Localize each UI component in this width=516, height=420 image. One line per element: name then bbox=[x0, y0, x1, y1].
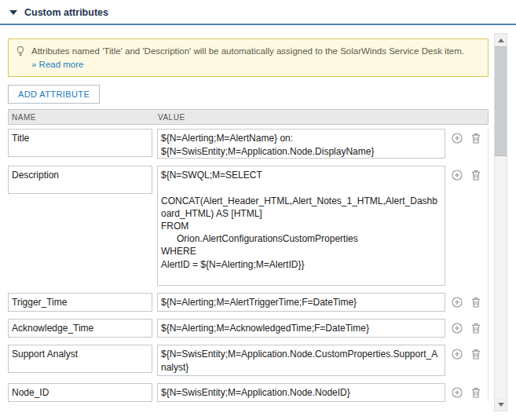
add-row-icon[interactable] bbox=[452, 323, 463, 334]
lightbulb-icon bbox=[15, 46, 26, 71]
table-row: Node_ID ${N=SwisEntity;M=Application.Nod… bbox=[8, 383, 488, 402]
table-row: Trigger_Time ${N=Alerting;M=AlertTrigger… bbox=[8, 293, 488, 312]
attribute-value-input[interactable]: ${N=Alerting;M=AcknowledgedTime;F=DateTi… bbox=[157, 319, 445, 338]
delete-row-icon[interactable] bbox=[471, 133, 481, 144]
read-more-link[interactable]: » Read more bbox=[31, 60, 83, 69]
table-row: Description ${N=SWQL;M=SELECT CONCAT(Ale… bbox=[8, 166, 488, 286]
row-actions bbox=[452, 349, 481, 360]
add-row-icon[interactable] bbox=[452, 349, 463, 360]
add-row-icon[interactable] bbox=[452, 170, 463, 181]
table-header-row: NAME VALUE bbox=[8, 109, 489, 125]
add-attribute-button[interactable]: ADD ATTRIBUTE bbox=[8, 85, 100, 104]
delete-row-icon[interactable] bbox=[471, 323, 481, 334]
delete-row-icon[interactable] bbox=[471, 387, 481, 398]
scrollbar-track[interactable] bbox=[495, 46, 507, 398]
table-row: Support Analyst ${N=SwisEntity;M=Applica… bbox=[8, 345, 488, 376]
attribute-value-input[interactable]: ${N=Alerting;M=AlertName} on: ${N=SwisEn… bbox=[157, 129, 445, 159]
attribute-name-input[interactable]: Title bbox=[8, 129, 152, 157]
vertical-scrollbar[interactable] bbox=[494, 33, 507, 411]
row-actions bbox=[452, 323, 481, 334]
section-content: Attributes named 'Title' and 'Descriptio… bbox=[0, 25, 489, 402]
attribute-value-input[interactable]: ${N=SwisEntity;M=Application.Node.NodeID… bbox=[157, 383, 445, 402]
banner-text: Attributes named 'Title' and 'Descriptio… bbox=[31, 46, 464, 56]
attribute-value-input[interactable]: ${N=SWQL;M=SELECT CONCAT(Alert_Header_HT… bbox=[157, 166, 445, 286]
scroll-down-button[interactable] bbox=[495, 398, 507, 411]
add-row-icon[interactable] bbox=[452, 387, 463, 398]
scrollbar-thumb[interactable] bbox=[495, 46, 507, 156]
value-column-header: VALUE bbox=[158, 113, 488, 122]
section-header[interactable]: Custom attributes bbox=[0, 0, 516, 25]
table-row: Title ${N=Alerting;M=AlertName} on: ${N=… bbox=[8, 129, 488, 159]
add-row-icon[interactable] bbox=[452, 133, 463, 144]
delete-row-icon[interactable] bbox=[471, 170, 481, 181]
scroll-up-button[interactable] bbox=[495, 34, 507, 46]
name-column-header: NAME bbox=[12, 113, 158, 122]
collapse-arrow-icon[interactable] bbox=[9, 10, 17, 15]
attribute-value-input[interactable]: ${N=SwisEntity;M=Application.Node.Custom… bbox=[157, 345, 445, 376]
attribute-name-input[interactable]: Node_ID bbox=[8, 383, 152, 402]
row-actions bbox=[452, 133, 481, 144]
attribute-name-input[interactable]: Trigger_Time bbox=[8, 293, 152, 312]
table-row: Acknowledge_Time ${N=Alerting;M=Acknowle… bbox=[8, 319, 488, 338]
info-banner: Attributes named 'Title' and 'Descriptio… bbox=[8, 38, 489, 77]
table-body: Title ${N=Alerting;M=AlertName} on: ${N=… bbox=[8, 129, 489, 402]
delete-row-icon[interactable] bbox=[471, 349, 481, 360]
attribute-name-input[interactable]: Acknowledge_Time bbox=[8, 319, 152, 338]
custom-attributes-panel: Custom attributes Attributes named 'Titl… bbox=[0, 0, 516, 420]
attribute-value-input[interactable]: ${N=Alerting;M=AlertTriggerTime;F=DateTi… bbox=[157, 293, 445, 312]
row-actions bbox=[452, 387, 481, 398]
attribute-name-input[interactable]: Support Analyst bbox=[8, 345, 152, 373]
section-title: Custom attributes bbox=[24, 7, 108, 18]
add-row-icon[interactable] bbox=[452, 297, 463, 308]
row-actions bbox=[452, 297, 481, 308]
arrow-down-icon bbox=[498, 403, 504, 407]
attribute-name-input[interactable]: Description bbox=[8, 166, 152, 194]
attributes-table: NAME VALUE Title ${N=Alerting;M=AlertNam… bbox=[8, 109, 489, 402]
delete-row-icon[interactable] bbox=[471, 297, 481, 308]
arrow-up-icon bbox=[498, 38, 504, 42]
row-actions bbox=[452, 170, 481, 181]
